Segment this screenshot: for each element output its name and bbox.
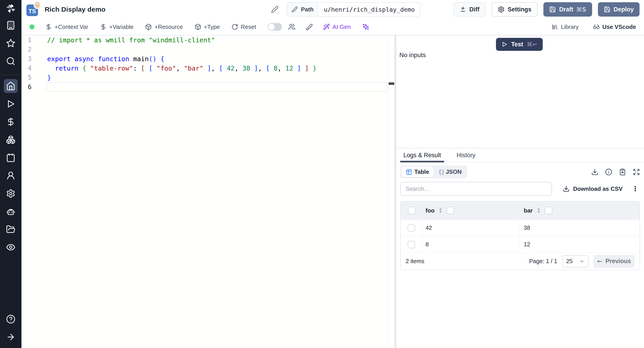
sparkles-button[interactable] [362, 23, 370, 31]
sidebar-item-home[interactable] [4, 79, 18, 93]
sidebar-item-help[interactable] [4, 312, 18, 326]
line-number: 3 [22, 54, 47, 64]
use-vscode-button[interactable]: Use VScode [593, 24, 636, 31]
sidebar-item-variables[interactable] [4, 115, 18, 129]
row-checkbox[interactable] [408, 224, 415, 232]
search-input[interactable] [400, 182, 552, 196]
boxes-icon [6, 135, 16, 144]
column-filter-checkbox-bar[interactable] [545, 207, 552, 214]
code-line[interactable]: export async function main() { [47, 54, 394, 64]
line-number: 5 [22, 73, 47, 82]
expand-icon[interactable] [633, 168, 640, 176]
sidebar-item-search[interactable] [4, 54, 18, 68]
code-area[interactable]: // import * as wmill from "windmill-clie… [47, 35, 394, 348]
table-row[interactable]: 812 [401, 236, 640, 253]
sidebar-item-resources[interactable] [4, 133, 18, 147]
edit-title-button[interactable] [271, 6, 278, 13]
table-row[interactable]: 4238 [401, 220, 640, 236]
sort-icon[interactable] [438, 208, 444, 213]
goggles-icon [593, 24, 600, 30]
info-icon[interactable] [605, 168, 612, 176]
format-brush-icon[interactable] [306, 23, 313, 31]
column-filter-checkbox-foo[interactable] [446, 207, 454, 214]
gear-icon [6, 189, 16, 198]
sidebar-item-favorites[interactable] [4, 36, 18, 50]
sidebar-item-audit[interactable] [4, 240, 18, 254]
ai-gen-button[interactable]: AI Gen [323, 24, 350, 31]
settings-button[interactable]: Settings [492, 2, 538, 17]
panel-splitter[interactable] [394, 35, 396, 348]
page-size-select[interactable]: 25 [562, 255, 588, 267]
sidebar-item-settings[interactable] [4, 187, 18, 201]
test-button[interactable]: Test ⌘↵ [496, 38, 543, 51]
path-label-section: Path [287, 3, 318, 16]
dollar-icon [45, 24, 52, 30]
table-footer: 2 items Page: 1 / 1 25 ← Previous [401, 253, 640, 270]
code-line[interactable]: } [47, 73, 394, 82]
reset-button[interactable]: Reset [232, 24, 256, 31]
row-checkbox[interactable] [408, 241, 415, 248]
folder-open-icon [6, 225, 16, 234]
page-indicator: Page: 1 / 1 [529, 258, 557, 265]
cell-bar: 38 [520, 220, 640, 236]
library-button[interactable]: Library [552, 24, 578, 31]
download-csv-button[interactable]: Download as CSV [563, 186, 622, 192]
code-line[interactable] [47, 45, 394, 54]
add-variable-button[interactable]: +Variable [100, 24, 134, 31]
line-number: 2 [22, 45, 47, 54]
view-table-option[interactable]: Table [402, 166, 434, 177]
cell-foo: 42 [422, 220, 520, 236]
code-editor[interactable]: 123456 // import * as wmill from "windmi… [22, 35, 394, 348]
no-inputs-text: No inputs [399, 52, 426, 59]
tab-logs-result[interactable]: Logs & Result [403, 148, 442, 162]
sidebar-item-runs[interactable] [4, 97, 18, 111]
add-context-var-button[interactable]: +Context Var [45, 24, 88, 31]
code-line[interactable]: // import * as wmill from "windmill-clie… [47, 35, 394, 45]
tab-history[interactable]: History [456, 148, 476, 162]
column-header-bar[interactable]: bar [524, 207, 533, 214]
diff-label: Diff [469, 6, 480, 13]
add-type-label: +Type [204, 24, 220, 31]
sidebar-item-workers[interactable] [4, 205, 18, 218]
multiplayer-users-icon[interactable] [288, 23, 296, 31]
view-json-option[interactable]: { } JSON [434, 166, 466, 177]
add-type-button[interactable]: +Type [194, 24, 220, 31]
column-header-foo[interactable]: foo [426, 207, 434, 214]
dollar-icon [6, 117, 16, 126]
sort-icon[interactable] [536, 208, 542, 213]
clipboard-copy-icon[interactable] [619, 168, 626, 176]
code-line[interactable] [46, 82, 388, 92]
deploy-button[interactable]: Deploy [598, 2, 640, 17]
gear-icon [498, 6, 504, 13]
view-toggle: Table { } JSON [400, 165, 467, 178]
multiplayer-toggle[interactable] [268, 23, 282, 31]
diff-button[interactable]: Diff [453, 2, 486, 17]
sidebar [0, 0, 22, 348]
pencil-icon [271, 6, 278, 13]
sidebar-item-folders[interactable] [4, 222, 18, 236]
windmill-logo[interactable] [5, 3, 16, 14]
sidebar-item-schedules[interactable] [4, 151, 18, 164]
line-numbers: 123456 [22, 35, 47, 348]
sidebar-expand[interactable] [4, 330, 18, 344]
previous-page-button[interactable]: ← Previous [594, 255, 634, 268]
draft-button[interactable]: Draft ⌘S [544, 2, 592, 17]
code-line[interactable]: return { "table-row": [ [ "foo", "bar" ]… [47, 64, 394, 73]
sidebar-item-workspace[interactable] [4, 18, 18, 32]
package-icon [145, 24, 152, 30]
select-all-checkbox[interactable] [408, 207, 416, 214]
items-count: 2 items [406, 258, 424, 265]
pencil-icon [292, 6, 298, 13]
wand-icon [323, 24, 330, 30]
sidebar-divider [0, 75, 22, 75]
more-options-button[interactable]: ⋮ [632, 186, 639, 192]
path-widget[interactable]: Path u/henri/rich_display_demo [287, 2, 420, 17]
ruler-cursor-mark [389, 82, 394, 85]
add-resource-button[interactable]: +Resource [145, 24, 183, 31]
overview-ruler[interactable] [388, 35, 394, 348]
sidebar-item-users[interactable] [4, 169, 18, 183]
right-panel: Test ⌘↵ No inputs Logs & Result History … [396, 35, 644, 348]
view-table-label: Table [414, 168, 429, 175]
library-label: Library [561, 24, 578, 31]
download-icon[interactable] [591, 168, 598, 176]
